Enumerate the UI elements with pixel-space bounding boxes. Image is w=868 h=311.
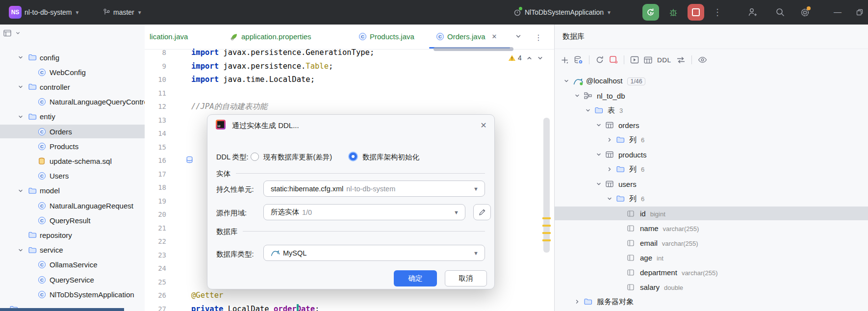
- notification-dot: [807, 6, 811, 10]
- db-item-orders[interactable]: orders: [555, 118, 868, 132]
- project-item-OllamaService[interactable]: COllamaService: [0, 258, 145, 272]
- chevron-down-icon[interactable]: [596, 122, 603, 128]
- project-item-QueryResult[interactable]: CQueryResult: [0, 213, 145, 227]
- source-scope-select[interactable]: 所选实体 1/0 ▼: [263, 204, 465, 220]
- close-icon[interactable]: ✕: [478, 120, 489, 130]
- chevron-down-icon[interactable]: [18, 188, 25, 194]
- gutter-database-icon[interactable]: [186, 156, 193, 163]
- db-item-id[interactable]: idbigint: [555, 207, 868, 220]
- chevron-down-icon[interactable]: [18, 247, 25, 253]
- db-item-users[interactable]: users: [555, 177, 868, 191]
- project-item-Orders[interactable]: COrders: [0, 125, 145, 138]
- tab-Products.java[interactable]: CProducts.java: [359, 25, 414, 49]
- rerun-button[interactable]: [642, 4, 659, 21]
- chevron-right-icon[interactable]: [574, 299, 581, 305]
- project-item-Users[interactable]: CUsers: [0, 169, 145, 183]
- settings-gear-icon[interactable]: [798, 6, 811, 19]
- project-item-WebConfig[interactable]: CWebConfig: [0, 65, 145, 79]
- close-tab-icon[interactable]: ✕: [492, 33, 497, 40]
- chevron-down-icon[interactable]: [607, 196, 613, 202]
- project-item-entiy[interactable]: entiy: [0, 110, 145, 124]
- chevron-right-icon[interactable]: [607, 166, 613, 172]
- warning-stripe-mark[interactable]: [542, 225, 551, 227]
- project-item-config[interactable]: config: [0, 51, 145, 64]
- tab-Orders.java[interactable]: COrders.java✕: [436, 25, 497, 49]
- toolbar-separator: [691, 55, 692, 64]
- disconnect-icon[interactable]: [609, 55, 618, 64]
- chevron-down-icon[interactable]: [18, 84, 25, 90]
- project-item-update-schema.sql[interactable]: update-schema.sql: [0, 154, 145, 168]
- db-item-列[interactable]: 列6: [555, 133, 868, 147]
- db-item-name[interactable]: namevarchar(255): [555, 221, 868, 235]
- add-user-icon[interactable]: [746, 6, 759, 19]
- chevron-down-icon[interactable]: [574, 93, 581, 99]
- add-icon[interactable]: [561, 56, 569, 64]
- tab-lication.java[interactable]: lication.java: [150, 25, 188, 49]
- warning-stripe-mark[interactable]: [542, 217, 551, 219]
- db-item-服务器对象[interactable]: 服务器对象: [555, 295, 868, 309]
- tab-application.properties[interactable]: application.properties: [230, 25, 311, 49]
- search-icon[interactable]: [774, 6, 787, 19]
- refresh-icon[interactable]: [595, 55, 604, 64]
- db-item-email[interactable]: emailvarchar(255): [555, 236, 868, 250]
- radio-init-schema[interactable]: [348, 152, 358, 161]
- ok-button[interactable]: 确定: [394, 270, 437, 286]
- editor-caret: [297, 304, 299, 311]
- debug-button[interactable]: [667, 6, 680, 19]
- db-item-表[interactable]: 表3: [555, 104, 868, 117]
- table-view-icon[interactable]: [644, 56, 652, 64]
- project-item-NaturalLanguageRequest[interactable]: CNaturalLanguageRequest: [0, 199, 145, 212]
- db-type-select[interactable]: MySQL ▼: [263, 245, 485, 261]
- child-count: 6: [641, 195, 644, 203]
- db-item-department[interactable]: departmentvarchar(255): [555, 265, 868, 279]
- chevron-down-icon[interactable]: [18, 114, 25, 120]
- chevron-down-icon[interactable]: [596, 181, 603, 187]
- db-item-列[interactable]: 列6: [555, 192, 868, 206]
- restore-window-button[interactable]: [853, 6, 866, 19]
- chevron-down-icon[interactable]: [563, 78, 570, 84]
- chevron-down-icon[interactable]: [585, 107, 592, 113]
- project-widget[interactable]: NS nl-to-db-system ▼: [9, 0, 79, 25]
- project-item-QueryService[interactable]: CQueryService: [0, 273, 145, 286]
- warning-stripe-mark[interactable]: [542, 232, 551, 234]
- run-console-icon[interactable]: [630, 56, 639, 64]
- persistence-unit-select[interactable]: static:hibernate.cfg.xml nl-to-db-system…: [263, 181, 485, 197]
- run-config-widget[interactable]: NlToDbSystemApplication ▼: [513, 0, 612, 25]
- db-item-列[interactable]: 列6: [555, 162, 868, 176]
- project-panel-hscrollbar[interactable]: [0, 308, 124, 311]
- radio-update-label[interactable]: 现有数据库更新(差异): [263, 153, 332, 162]
- chevron-down-icon[interactable]: [18, 54, 25, 60]
- ddl-text[interactable]: DDL: [657, 56, 671, 64]
- project-item-Products[interactable]: CProducts: [0, 139, 145, 153]
- item-label: entiy: [40, 112, 55, 121]
- chevron-right-icon[interactable]: [607, 137, 613, 143]
- project-item-NaturalLanguageQueryControll[interactable]: CNaturalLanguageQueryControll: [0, 95, 145, 109]
- tab-options-kebab-icon[interactable]: ⋮: [535, 33, 542, 42]
- minimize-button[interactable]: —: [831, 6, 844, 19]
- compare-icon[interactable]: [676, 56, 686, 64]
- chevron-down-icon[interactable]: [596, 152, 603, 157]
- radio-init-label[interactable]: 数据库架构初始化: [362, 153, 419, 162]
- project-item-service[interactable]: service: [0, 243, 145, 257]
- project-item-model[interactable]: model: [0, 184, 145, 198]
- radio-update-existing[interactable]: [251, 153, 259, 161]
- project-item-controller[interactable]: controller: [0, 80, 145, 94]
- project-panel-header[interactable]: [0, 26, 145, 39]
- tab-list-chevron-icon[interactable]: [515, 33, 522, 40]
- db-item-salary[interactable]: salarydouble: [555, 280, 868, 294]
- db-item-nl_to_db[interactable]: nl_to_db: [555, 89, 868, 103]
- stop-button[interactable]: [688, 4, 704, 21]
- table-icon: [606, 181, 613, 187]
- db-item-products[interactable]: products: [555, 148, 868, 161]
- branch-widget[interactable]: master ▼: [103, 0, 142, 25]
- project-item-repository[interactable]: repository: [0, 228, 145, 242]
- more-actions-button[interactable]: ⋮: [711, 6, 724, 19]
- project-item-NlToDbSystemApplication[interactable]: CNlToDbSystemApplication: [0, 287, 145, 301]
- db-item-age[interactable]: ageint: [555, 251, 868, 264]
- db-settings-icon[interactable]: [574, 56, 583, 64]
- cancel-button[interactable]: 取消: [445, 270, 487, 286]
- warning-stripe-mark[interactable]: [542, 239, 551, 241]
- eye-icon[interactable]: [698, 56, 707, 63]
- edit-entities-button[interactable]: [473, 204, 491, 220]
- db-item-@localhost[interactable]: @localhost1/46: [555, 74, 868, 88]
